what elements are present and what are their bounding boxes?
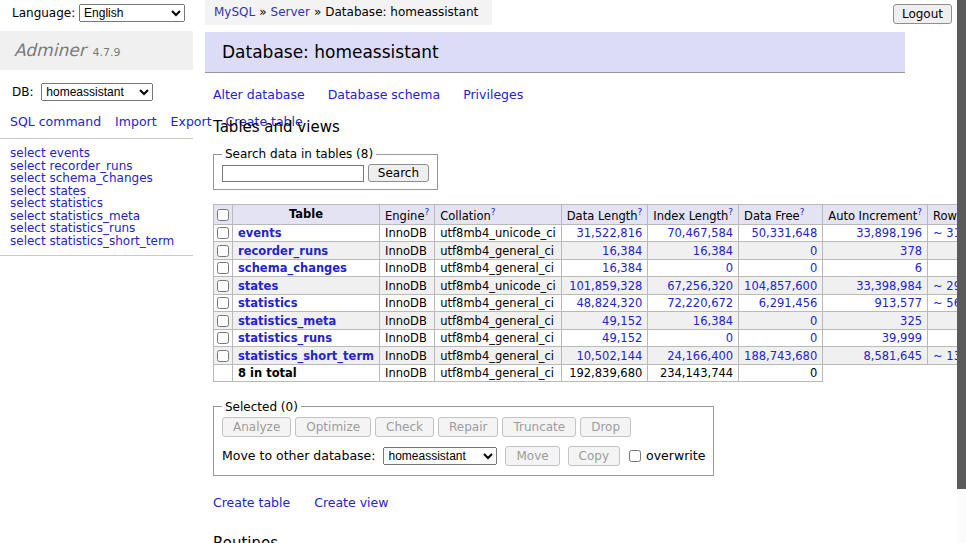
collation-cell: utf8mb4_general_ci xyxy=(435,329,562,347)
auto-increment-link[interactable]: 378 xyxy=(900,244,922,258)
help-link[interactable]: ? xyxy=(917,207,922,217)
auto-increment-link[interactable]: 6 xyxy=(915,261,922,275)
data-length-link[interactable]: 31,522,816 xyxy=(576,226,642,240)
sidebar-select-statistics_short_term[interactable]: select statistics_short_term xyxy=(10,235,193,248)
data-free-link[interactable]: 6,291,456 xyxy=(759,296,818,310)
row-checkbox[interactable] xyxy=(217,262,229,274)
row-checkbox[interactable] xyxy=(217,332,229,344)
repair-button[interactable]: Repair xyxy=(438,417,498,437)
sidebar-action-import[interactable]: Import xyxy=(115,114,157,129)
toolbar-link-database-schema[interactable]: Database schema xyxy=(328,87,440,102)
table-name-link[interactable]: statistics_meta xyxy=(238,314,336,328)
toolbar-link-privileges[interactable]: Privileges xyxy=(463,87,523,102)
data-free-link[interactable]: 104,857,600 xyxy=(744,279,817,293)
move-row: Move to other database: homeassistant Mo… xyxy=(222,446,705,466)
select-all-checkbox[interactable] xyxy=(217,209,229,221)
auto-increment-link[interactable]: 8,581,645 xyxy=(864,349,923,363)
row-checkbox[interactable] xyxy=(217,280,229,292)
engine-cell: InnoDB xyxy=(380,347,435,365)
auto-increment-link[interactable]: 39,999 xyxy=(882,331,922,345)
overwrite-checkbox[interactable] xyxy=(629,450,641,462)
data-length-link[interactable]: 48,824,320 xyxy=(576,296,642,310)
table-name-link[interactable]: states xyxy=(238,279,278,293)
sidebar-select-statistics_runs[interactable]: select statistics_runs xyxy=(10,222,193,235)
data-length-link[interactable]: 10,502,144 xyxy=(576,349,642,363)
scrollbar-thumb[interactable] xyxy=(957,0,966,489)
index-length-link[interactable]: 16,384 xyxy=(693,314,733,328)
data-length-link[interactable]: 16,384 xyxy=(602,261,642,275)
row-checkbox[interactable] xyxy=(217,245,229,257)
app-title-block: Adminer 4.7.9 xyxy=(0,31,193,70)
row-checkbox[interactable] xyxy=(217,227,229,239)
auto-increment-link[interactable]: 33,898,196 xyxy=(856,226,922,240)
copy-button[interactable]: Copy xyxy=(568,446,620,466)
index-length-link[interactable]: 0 xyxy=(726,261,733,275)
help-link[interactable]: ? xyxy=(638,207,643,217)
optimize-button[interactable]: Optimize xyxy=(295,417,371,437)
move-button[interactable]: Move xyxy=(505,446,559,466)
data-free-link[interactable]: 0 xyxy=(810,331,817,345)
table-name-link[interactable]: recorder_runs xyxy=(238,244,328,258)
collation-cell: utf8mb4_general_ci xyxy=(435,259,562,277)
row-checkbox[interactable] xyxy=(217,315,229,327)
sidebar-select-statistics[interactable]: select statistics xyxy=(10,197,193,210)
breadcrumb-link[interactable]: Server xyxy=(271,5,310,19)
table-name-link[interactable]: schema_changes xyxy=(238,261,347,275)
data-length-link[interactable]: 49,152 xyxy=(602,331,642,345)
toolbar-link-alter-database[interactable]: Alter database xyxy=(213,87,305,102)
index-length-link[interactable]: 24,166,400 xyxy=(667,349,733,363)
data-free-link[interactable]: 188,743,680 xyxy=(744,349,817,363)
breadcrumb-link[interactable]: MySQL xyxy=(214,5,255,19)
data-length-link[interactable]: 101,859,328 xyxy=(569,279,642,293)
data-free-cell: 50,331,648 xyxy=(739,224,823,242)
language-select[interactable]: English xyxy=(79,4,185,22)
help-link[interactable]: ? xyxy=(424,207,429,217)
auto-increment-link[interactable]: 33,398,984 xyxy=(856,279,922,293)
search-input[interactable] xyxy=(222,165,364,182)
data-free-link[interactable]: 0 xyxy=(810,244,817,258)
logout-button[interactable]: Logout xyxy=(893,4,952,24)
data-free-link[interactable]: 0 xyxy=(810,261,817,275)
total-engine: InnoDB xyxy=(380,364,435,381)
db-select[interactable]: homeassistant xyxy=(41,83,153,101)
drop-button[interactable]: Drop xyxy=(580,417,631,437)
sidebar-select-events[interactable]: select events xyxy=(10,147,193,160)
table-name-link[interactable]: statistics_short_term xyxy=(238,349,374,363)
data-free-link[interactable]: 50,331,648 xyxy=(751,226,817,240)
column-header-collation: Collation? xyxy=(435,205,562,225)
auto-increment-cell: 39,999 xyxy=(823,329,928,347)
row-checkbox[interactable] xyxy=(217,350,229,362)
total-index-length: 234,143,744 xyxy=(648,364,739,381)
help-link[interactable]: ? xyxy=(800,207,805,217)
data-free-link[interactable]: 0 xyxy=(810,314,817,328)
index-length-link[interactable]: 0 xyxy=(726,331,733,345)
collation-cell: utf8mb4_general_ci xyxy=(435,294,562,312)
truncate-button[interactable]: Truncate xyxy=(502,417,576,437)
auto-increment-link[interactable]: 325 xyxy=(900,314,922,328)
check-button[interactable]: Check xyxy=(375,417,434,437)
index-length-link[interactable]: 70,467,584 xyxy=(667,226,733,240)
sidebar-divider xyxy=(0,138,193,139)
table-name-link[interactable]: events xyxy=(238,226,282,240)
index-length-link[interactable]: 72,220,672 xyxy=(667,296,733,310)
table-name-link[interactable]: statistics_runs xyxy=(238,331,332,345)
create-table-link[interactable]: Create table xyxy=(213,495,290,510)
search-button[interactable]: Search xyxy=(368,164,429,182)
index-length-link[interactable]: 16,384 xyxy=(693,244,733,258)
data-length-link[interactable]: 49,152 xyxy=(602,314,642,328)
move-database-select[interactable]: homeassistant xyxy=(383,447,497,465)
analyze-button[interactable]: Analyze xyxy=(222,417,291,437)
table-name-link[interactable]: statistics xyxy=(238,296,298,310)
create-view-link[interactable]: Create view xyxy=(314,495,388,510)
sidebar-action-sql-command[interactable]: SQL command xyxy=(10,114,101,129)
help-link[interactable]: ? xyxy=(491,207,496,217)
help-link[interactable]: ? xyxy=(728,207,733,217)
vertical-scrollbar[interactable] xyxy=(957,0,966,543)
index-length-link[interactable]: 67,256,320 xyxy=(667,279,733,293)
row-checkbox[interactable] xyxy=(217,297,229,309)
auto-increment-cell: 6 xyxy=(823,259,928,277)
breadcrumb-separator: » xyxy=(259,5,266,19)
sidebar-select-schema_changes[interactable]: select schema_changes xyxy=(10,172,193,185)
data-length-link[interactable]: 16,384 xyxy=(602,244,642,258)
auto-increment-link[interactable]: 913,577 xyxy=(874,296,922,310)
